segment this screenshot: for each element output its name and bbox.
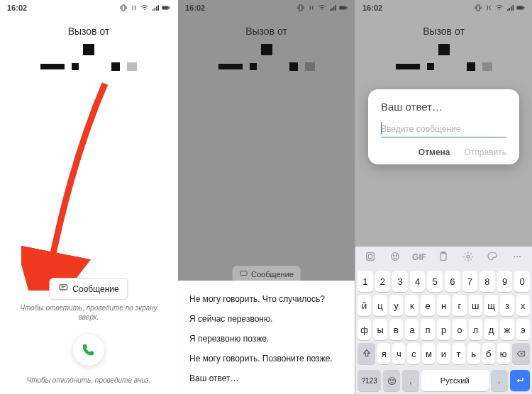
key-ш[interactable]: ш [469, 295, 482, 316]
hint-decline: Чтобы отклонить, проведите вниз. [0, 376, 177, 385]
key-ж[interactable]: ж [500, 319, 514, 340]
svg-rect-13 [517, 7, 522, 9]
quick-reply-custom[interactable]: Ваш ответ… [189, 369, 343, 388]
key-я[interactable]: я [377, 343, 390, 364]
dialog-title: Ваш ответ… [381, 101, 506, 113]
key-р[interactable]: р [437, 319, 450, 340]
key-э[interactable]: э [516, 319, 530, 340]
cancel-button[interactable]: Отмена [419, 147, 450, 157]
key-shift[interactable] [358, 343, 375, 364]
incoming-call-label: Вызов от [0, 26, 177, 37]
vibrate-icon [119, 4, 128, 12]
key-5[interactable]: 5 [427, 271, 443, 292]
key-7[interactable]: 7 [462, 271, 478, 292]
key-о[interactable]: о [453, 319, 466, 340]
caller-info: Вызов от [355, 16, 532, 71]
key-ь[interactable]: ь [467, 343, 480, 364]
wifi-icon [495, 4, 504, 12]
caller-name-redacted [355, 44, 532, 71]
status-time: 16:02 [362, 4, 382, 12]
svg-point-27 [392, 379, 393, 380]
battery-icon [516, 4, 525, 12]
key-п[interactable]: п [421, 319, 434, 340]
key-у[interactable]: у [389, 295, 403, 316]
key-й[interactable]: й [358, 295, 371, 316]
key-е[interactable]: е [421, 295, 434, 316]
svg-point-18 [396, 255, 397, 256]
key-enter[interactable] [510, 370, 531, 391]
more-icon[interactable] [506, 251, 528, 264]
svg-point-23 [516, 255, 518, 257]
signal-icon [151, 4, 160, 12]
keyboard-toolbar: GIF [355, 247, 532, 268]
key-т[interactable]: т [453, 343, 465, 364]
key-м[interactable]: м [422, 343, 435, 364]
key-г[interactable]: г [453, 295, 466, 316]
key-emoji[interactable] [383, 370, 400, 391]
hint-answer: Чтобы ответить, проведите по экрану ввер… [0, 303, 177, 322]
key-3[interactable]: 3 [392, 271, 408, 292]
status-time: 16:02 [7, 4, 27, 12]
key-comma[interactable]: , [402, 370, 419, 391]
answer-call-button[interactable] [73, 334, 104, 366]
caller-name-redacted [0, 44, 177, 71]
key-л[interactable]: л [469, 319, 482, 340]
svg-rect-10 [477, 5, 480, 11]
reply-input[interactable] [381, 121, 506, 137]
svg-rect-3 [162, 7, 167, 9]
key-8[interactable]: 8 [480, 271, 495, 292]
key-ы[interactable]: ы [373, 319, 387, 340]
caller-name-redacted [178, 44, 355, 71]
wifi-icon [318, 4, 326, 12]
key-н[interactable]: н [437, 295, 450, 316]
quick-reply-option[interactable]: Я перезвоню позже. [189, 330, 343, 348]
key-4[interactable]: 4 [410, 271, 426, 292]
key-period[interactable]: . [491, 370, 508, 391]
quick-reply-option[interactable]: Не могу говорить. Что случилось? [189, 290, 343, 308]
key-2[interactable]: 2 [375, 271, 391, 292]
key-1[interactable]: 1 [358, 271, 373, 292]
emoji-icon[interactable] [384, 251, 405, 264]
wifi-icon [140, 4, 149, 12]
vibrate-icon [297, 4, 305, 12]
clipboard-icon[interactable] [433, 251, 454, 264]
reply-with-message-button[interactable]: Сообщение [49, 278, 128, 300]
sticker-icon[interactable] [360, 251, 381, 264]
annotation-arrow [21, 78, 113, 291]
key-б[interactable]: б [482, 343, 495, 364]
key-backspace[interactable] [512, 343, 530, 364]
key-6[interactable]: 6 [445, 271, 460, 292]
quick-reply-option[interactable]: Я сейчас перезвоню. [189, 310, 343, 328]
key-symbols[interactable]: ?123 [358, 370, 381, 391]
key-з[interactable]: з [500, 295, 514, 316]
nfc-icon [307, 4, 316, 12]
key-ц[interactable]: ц [373, 295, 387, 316]
svg-rect-12 [523, 7, 524, 9]
key-в[interactable]: в [389, 319, 403, 340]
caller-info: Вызов от [178, 16, 355, 71]
key-к[interactable]: к [405, 295, 419, 316]
send-button[interactable]: Отправить [464, 147, 506, 157]
battery-icon [162, 4, 170, 12]
soft-keyboard: GIF 1234567890 йцукенгшщзх фывапролджэ я… [355, 247, 532, 394]
key-д[interactable]: д [484, 319, 498, 340]
key-9[interactable]: 9 [497, 271, 513, 292]
status-bar: 16:02 [178, 0, 355, 16]
nfc-icon [130, 4, 138, 12]
key-ч[interactable]: ч [392, 343, 405, 364]
settings-icon[interactable] [458, 251, 479, 264]
signal-icon [506, 4, 514, 12]
gif-button[interactable]: GIF [409, 252, 430, 262]
quick-reply-option[interactable]: Не могу говорить. Позвоните позже. [189, 349, 343, 368]
key-ф[interactable]: ф [358, 319, 371, 340]
key-space[interactable]: Русский [421, 370, 489, 391]
key-с[interactable]: с [407, 343, 420, 364]
key-ю[interactable]: ю [497, 343, 510, 364]
key-щ[interactable]: щ [484, 295, 498, 316]
theme-icon[interactable] [482, 251, 503, 264]
key-0[interactable]: 0 [514, 271, 530, 292]
key-а[interactable]: а [405, 319, 419, 340]
key-х[interactable]: х [516, 295, 530, 316]
status-icons [119, 4, 170, 12]
key-и[interactable]: и [437, 343, 450, 364]
